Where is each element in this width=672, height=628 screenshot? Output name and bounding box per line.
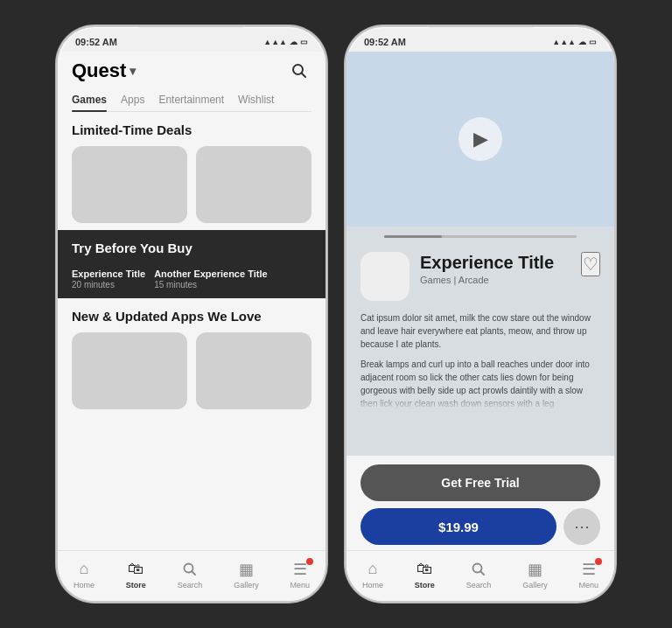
tab-games[interactable]: Games — [72, 90, 107, 111]
notch-2 — [428, 27, 533, 46]
app-card-2[interactable] — [196, 332, 312, 409]
tab-wishlist[interactable]: Wishlist — [238, 90, 274, 111]
experience-cards: Experience Title 20 minutes Another Expe… — [72, 264, 312, 290]
svg-line-3 — [192, 571, 195, 575]
menu-badge — [306, 558, 313, 565]
chevron-down-icon[interactable]: ▾ — [130, 64, 136, 78]
store-title-text: Quest — [72, 59, 126, 82]
store-icon-2: 🛍 — [415, 560, 434, 579]
experience-time-1: 20 minutes — [72, 280, 145, 290]
gallery-icon-2: ▦ — [525, 560, 544, 579]
try-before-section: Try Before You Buy Experience Title 20 m… — [58, 230, 326, 298]
limited-deals-title: Limited-Time Deals — [72, 122, 312, 137]
status-time-2: 09:52 AM — [364, 37, 406, 47]
nav-menu-label-2: Menu — [579, 581, 599, 590]
store-icon: 🛍 — [126, 560, 145, 579]
signal-icon-2: ▲▲▲ — [552, 38, 576, 46]
nav-gallery-2[interactable]: ▦ Gallery — [522, 560, 548, 590]
experience-label-2: Another Experience Title — [154, 268, 267, 280]
gallery-icon: ▦ — [236, 560, 256, 579]
progress-fill — [384, 235, 442, 238]
limited-deals-cards — [72, 146, 312, 223]
nav-home-2[interactable]: ⌂ Home — [362, 560, 383, 590]
deal-card-2[interactable] — [196, 146, 312, 223]
battery-icon: ▭ — [300, 38, 308, 46]
store-title: Quest ▾ — [72, 59, 136, 82]
wifi-icon-2: ☁ — [578, 38, 586, 46]
new-apps-title: New & Updated Apps We Love — [72, 309, 312, 324]
app-info: Experience Title Games | Arcade — [420, 252, 570, 285]
limited-deals-section: Limited-Time Deals — [58, 112, 326, 230]
experience-card-2: Another Experience Title 15 minutes — [154, 264, 267, 290]
home-icon-2: ⌂ — [363, 560, 382, 579]
play-button[interactable]: ▶ — [458, 117, 502, 161]
experience-card-1: Experience Title 20 minutes — [72, 264, 145, 290]
action-buttons: Get Free Trial $19.99 ⋯ — [346, 456, 614, 550]
store-title-row: Quest ▾ — [72, 59, 312, 83]
experience-label-1: Experience Title — [72, 268, 145, 280]
deal-card-1[interactable] — [72, 146, 187, 223]
screen-1: Quest ▾ Games Apps Entert — [58, 52, 326, 601]
search-button[interactable] — [287, 59, 312, 83]
free-trial-button[interactable]: Get Free Trial — [360, 464, 600, 501]
new-apps-section: New & Updated Apps We Love — [58, 298, 326, 416]
nav-menu-2[interactable]: ☰ Menu — [579, 560, 599, 590]
phone-2: 09:52 AM ▲▲▲ ☁ ▭ ▶ — [345, 25, 616, 603]
home-icon: ⌂ — [74, 560, 94, 579]
nav-search-2[interactable]: Search — [466, 560, 492, 590]
notch-1 — [139, 27, 244, 46]
status-time-1: 09:52 AM — [75, 37, 117, 47]
bottom-nav-1: ⌂ Home 🛍 Store Se — [58, 550, 326, 601]
screen-2: ▶ Experience Title Games | Arcade — [346, 52, 614, 601]
app-card-1[interactable] — [72, 332, 187, 409]
tabs-row: Games Apps Entertainment Wishlist — [72, 90, 312, 112]
detail-app-row: Experience Title Games | Arcade ♡ — [360, 252, 600, 301]
nav-store-2[interactable]: 🛍 Store — [415, 560, 435, 590]
battery-icon-2: ▭ — [589, 38, 597, 46]
more-options-icon: ⋯ — [574, 517, 590, 536]
phones-container: 09:52 AM ▲▲▲ ☁ ▭ Quest ▾ — [38, 8, 634, 620]
nav-store-label-2: Store — [415, 581, 435, 590]
tab-entertainment[interactable]: Entertainment — [158, 90, 224, 111]
nav-store-1[interactable]: 🛍 Store — [126, 560, 146, 590]
menu-badge-2 — [595, 558, 602, 565]
more-options-button[interactable]: ⋯ — [564, 508, 600, 545]
nav-home-label-1: Home — [74, 581, 94, 590]
nav-search-label-2: Search — [466, 581, 492, 590]
nav-menu-label-1: Menu — [290, 581, 311, 590]
experience-time-2: 15 minutes — [154, 280, 267, 290]
action-area: Get Free Trial $19.99 ⋯ ⌂ Home — [346, 456, 614, 601]
phone-1: 09:52 AM ▲▲▲ ☁ ▭ Quest ▾ — [56, 25, 327, 603]
app-icon — [360, 252, 410, 301]
search-icon — [291, 63, 307, 79]
nav-home-label-2: Home — [362, 581, 383, 590]
nav-search-label-1: Search — [178, 581, 203, 590]
status-icons-2: ▲▲▲ ☁ ▭ — [552, 38, 597, 46]
detail-hero[interactable]: ▶ — [346, 52, 614, 227]
nav-gallery-label-1: Gallery — [234, 581, 259, 590]
price-row: $19.99 ⋯ — [360, 508, 600, 545]
store-header: Quest ▾ Games Apps Entert — [58, 52, 326, 112]
search-nav-icon-2 — [469, 560, 488, 579]
description-container: Cat ipsum dolor sit amet, milk the cow s… — [360, 311, 600, 410]
description-1: Cat ipsum dolor sit amet, milk the cow s… — [360, 311, 600, 351]
wifi-icon: ☁ — [290, 38, 298, 46]
bottom-nav-2: ⌂ Home 🛍 Store — [346, 550, 614, 601]
app-name: Experience Title — [420, 252, 570, 273]
nav-search-1[interactable]: Search — [178, 560, 203, 590]
svg-line-5 — [480, 571, 484, 575]
status-icons-1: ▲▲▲ ☁ ▭ — [263, 38, 308, 46]
nav-menu-1[interactable]: ☰ Menu — [290, 560, 311, 590]
progress-bar — [384, 235, 576, 238]
app-category: Games | Arcade — [420, 275, 570, 285]
svg-line-1 — [302, 73, 306, 78]
new-apps-cards — [72, 332, 312, 409]
nav-home-1[interactable]: ⌂ Home — [74, 560, 94, 590]
tab-apps[interactable]: Apps — [121, 90, 144, 111]
price-button[interactable]: $19.99 — [360, 508, 556, 545]
nav-store-label-1: Store — [126, 581, 146, 590]
wishlist-button[interactable]: ♡ — [581, 252, 600, 276]
menu-icon-2: ☰ — [579, 560, 598, 579]
nav-gallery-1[interactable]: ▦ Gallery — [234, 560, 259, 590]
nav-gallery-label-2: Gallery — [522, 581, 548, 590]
